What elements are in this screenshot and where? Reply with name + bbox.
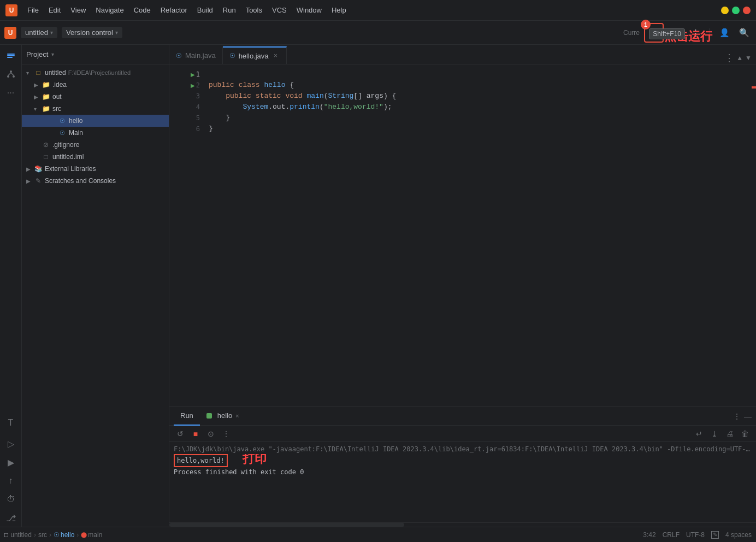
project-dropdown[interactable]: untitled ▾ bbox=[21, 27, 57, 38]
status-line-ending[interactable]: CRLF bbox=[663, 531, 680, 539]
error-indicator bbox=[752, 86, 756, 89]
line-3-gutter: 3 bbox=[169, 91, 202, 102]
expand-arrow-icon: ▶ bbox=[26, 166, 34, 172]
project-root-label: untitled bbox=[45, 69, 66, 76]
delete-icon[interactable]: 🗑 bbox=[739, 427, 752, 440]
menu-refactor[interactable]: Refactor bbox=[156, 4, 192, 16]
sidebar-icon-git[interactable]: ⎇ bbox=[2, 509, 20, 527]
expand-arrow-icon: ▾ bbox=[34, 106, 42, 112]
tree-item-ext-libs[interactable]: ▶ 📚 External Libraries bbox=[22, 163, 169, 175]
scroll-down-icon[interactable]: ▼ bbox=[745, 54, 752, 62]
search-icon[interactable]: 🔍 bbox=[736, 25, 752, 40]
sidebar-icon-project[interactable] bbox=[2, 47, 20, 64]
console-scrollbar[interactable] bbox=[169, 522, 756, 527]
close-button[interactable] bbox=[743, 7, 751, 14]
sidebar-icon-more[interactable]: ··· bbox=[2, 84, 20, 102]
more-options-icon[interactable]: ⋮ bbox=[688, 25, 703, 40]
menu-file[interactable]: File bbox=[23, 4, 43, 16]
tab-hello-java[interactable]: ☉ hello.java × bbox=[223, 46, 287, 64]
menu-build[interactable]: Build bbox=[193, 4, 217, 16]
menu-vcs[interactable]: VCS bbox=[268, 4, 291, 16]
tree-item-src[interactable]: ▾ 📁 src bbox=[22, 103, 169, 115]
current-file-label: Curre bbox=[623, 29, 640, 37]
tree-item-iml[interactable]: □ untitled.iml bbox=[22, 151, 169, 163]
line-5-gutter: 5 bbox=[169, 113, 202, 123]
more-button[interactable]: ⋮ bbox=[220, 427, 233, 440]
readonly-icon[interactable]: ✎ bbox=[711, 531, 719, 539]
menu-tools[interactable]: Tools bbox=[241, 4, 267, 16]
tree-item-hello[interactable]: ☉ hello bbox=[22, 115, 169, 127]
bottom-panel: Run hello × ⋮ — ↺ ■ ⊙ ⋮ ↵ bbox=[169, 406, 756, 527]
bottom-tab-run[interactable]: Run bbox=[174, 407, 200, 426]
sidebar-icons: ··· T ▷ ▶ ↑ ⏱ ⎇ bbox=[0, 45, 22, 527]
scroll-end-icon[interactable]: ⤓ bbox=[708, 427, 721, 440]
src-label: src bbox=[52, 105, 61, 113]
status-indent[interactable]: 4 spaces bbox=[725, 531, 752, 539]
tab-close-button[interactable]: × bbox=[272, 52, 280, 60]
console-exit-line: Process finished with exit code 0 bbox=[174, 467, 752, 477]
run-status-icon bbox=[206, 413, 212, 419]
svg-line-6 bbox=[8, 73, 11, 75]
minimize-button[interactable] bbox=[721, 7, 729, 14]
tab-hello-java-label: hello.java bbox=[239, 52, 269, 60]
sidebar-icon-run2[interactable]: ▷ bbox=[2, 435, 20, 452]
more-options-icon[interactable]: ⋮ bbox=[733, 412, 741, 421]
scroll-up-icon[interactable]: ▲ bbox=[736, 54, 743, 62]
maximize-button[interactable] bbox=[732, 7, 740, 14]
code-content[interactable]: public class hello { public static void … bbox=[202, 64, 745, 406]
run-line-icon[interactable]: ▶ bbox=[191, 83, 195, 89]
menu-navigate[interactable]: Navigate bbox=[91, 4, 128, 16]
sidebar-icon-debug[interactable]: ▶ bbox=[2, 453, 20, 471]
gitignore-icon: ⊘ bbox=[42, 140, 50, 149]
console-output[interactable]: F:\JDK\jdk\bin\java.exe "-javaagent:F:\I… bbox=[169, 442, 756, 522]
menu-window[interactable]: Window bbox=[292, 4, 326, 16]
svg-point-4 bbox=[7, 75, 9, 78]
version-control-dropdown[interactable]: Version control ▾ bbox=[62, 27, 122, 38]
menu-run[interactable]: Run bbox=[218, 4, 240, 16]
folder-icon: 📁 bbox=[42, 92, 50, 101]
tree-item-out[interactable]: ▶ 📁 out bbox=[22, 91, 169, 103]
code-editor[interactable]: ▶ 1 ▶ 2 3 4 5 bbox=[169, 64, 756, 406]
scratches-label: Scratches and Consoles bbox=[45, 177, 116, 185]
status-icon[interactable]: □ bbox=[4, 531, 8, 539]
tree-item-main[interactable]: ☉ Main bbox=[22, 127, 169, 139]
status-main: ⬤ main bbox=[81, 531, 102, 539]
build-icon[interactable]: ⚙ bbox=[668, 25, 683, 40]
sidebar-icon-push[interactable]: ↑ bbox=[2, 472, 20, 490]
soft-wrap-icon[interactable]: ↵ bbox=[693, 427, 706, 440]
restore-button[interactable]: ⊙ bbox=[204, 427, 217, 440]
sidebar-icon-font[interactable]: T bbox=[2, 414, 20, 432]
java-icon: ☉ bbox=[54, 531, 60, 539]
menu-bar: File Edit View Navigate Code Refactor Bu… bbox=[23, 4, 351, 16]
bottom-tab-close-icon[interactable]: × bbox=[235, 413, 239, 419]
editor-split-icon[interactable]: ⋮ bbox=[724, 52, 734, 64]
console-cmd-line: F:\JDK\jdk\bin\java.exe "-javaagent:F:\I… bbox=[174, 444, 752, 454]
bottom-tab-hello[interactable]: hello × bbox=[200, 407, 246, 426]
sidebar-icon-timer[interactable]: ⏱ bbox=[2, 491, 20, 508]
rerun-button[interactable]: ↺ bbox=[174, 427, 187, 440]
tab-main-java[interactable]: ☉ Main.java bbox=[169, 46, 223, 64]
status-encoding[interactable]: UTF-8 bbox=[686, 531, 705, 539]
line-6-gutter: 6 bbox=[169, 123, 202, 134]
hello-label: hello bbox=[69, 117, 82, 125]
menu-help[interactable]: Help bbox=[327, 4, 351, 16]
minimize-panel-icon[interactable]: — bbox=[744, 412, 752, 421]
print-icon[interactable]: 🖨 bbox=[723, 427, 736, 440]
stop-button[interactable]: ■ bbox=[189, 427, 202, 440]
sidebar-icon-structure[interactable] bbox=[2, 66, 20, 83]
menu-edit[interactable]: Edit bbox=[44, 4, 65, 16]
run-line-icon[interactable]: ▶ bbox=[191, 72, 195, 78]
toolbar-divider bbox=[710, 28, 710, 37]
menu-code[interactable]: Code bbox=[129, 4, 155, 16]
project-panel-title: Project bbox=[26, 50, 48, 58]
tree-item-project-root[interactable]: ▾ □ untitled F:\IDEA\Project\untitled bbox=[22, 67, 169, 79]
tree-item-gitignore[interactable]: ⊘ .gitignore bbox=[22, 139, 169, 151]
user-icon[interactable]: 👤 bbox=[717, 25, 732, 40]
status-time: 3:42 bbox=[643, 531, 655, 539]
run-button[interactable]: 1 ▶ bbox=[644, 23, 664, 43]
tree-item-scratches[interactable]: ▶ ✎ Scratches and Consoles bbox=[22, 175, 169, 187]
menu-view[interactable]: View bbox=[66, 4, 90, 16]
java-icon: ☉ bbox=[58, 116, 67, 125]
tree-item-idea[interactable]: ▶ 📁 .idea bbox=[22, 79, 169, 91]
breadcrumb-sep: › bbox=[49, 531, 51, 539]
